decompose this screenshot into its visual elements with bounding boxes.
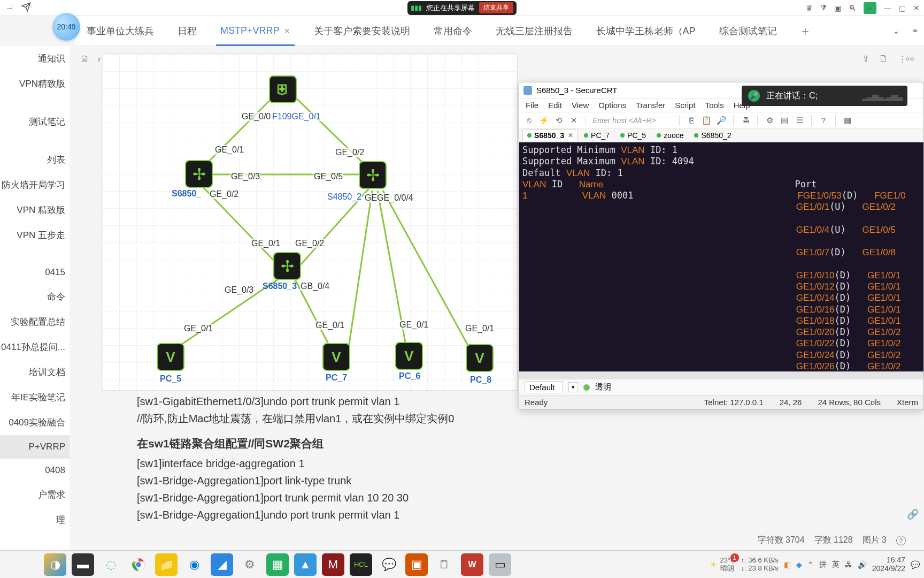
pc-node[interactable]: V [157, 343, 184, 371]
quick-connect-icon[interactable]: ⚡ [538, 115, 549, 126]
list-item[interactable]: 实验配置总结 [0, 309, 70, 334]
session-tab[interactable]: S6850_2 [689, 130, 736, 141]
menu-view[interactable]: View [572, 101, 589, 110]
disconnect-icon[interactable]: ✕ [568, 115, 579, 126]
volume-icon[interactable]: 🔊 [858, 560, 867, 569]
securecrt-window[interactable]: S6850_3 - SecureCRT File Edit View Optio… [519, 82, 924, 409]
tab-item[interactable]: 日程 [166, 16, 209, 46]
connect-icon[interactable]: ⎋ [523, 115, 534, 126]
pc-node[interactable]: V [322, 343, 350, 371]
menu-script[interactable]: Script [675, 101, 695, 110]
tab-item[interactable]: 关于客户索要安装说明 [302, 16, 422, 46]
network-topology-canvas[interactable]: ⛨ GE_0/0 F109GE_0/1 ✢ S6850_ GE_0/1 GE_0… [102, 54, 518, 391]
menu-options[interactable]: Options [598, 101, 626, 110]
menu-edit[interactable]: Edit [548, 101, 562, 110]
tab-item[interactable]: 长城中学王栋老师（AP [584, 16, 707, 46]
notes-icon[interactable]: 🗒 [433, 553, 456, 576]
session-tab-active[interactable]: S6850_3✕ [522, 130, 578, 141]
list-item[interactable]: 0415 [0, 261, 70, 284]
list-item[interactable]: VPN 精致版 [0, 197, 70, 223]
tab-close-icon[interactable]: ✕ [568, 132, 573, 139]
session-tab[interactable]: zuoce [652, 130, 688, 141]
log-icon[interactable]: ☰ [794, 115, 805, 126]
switch-node[interactable]: ✢ [359, 161, 387, 189]
app-icon[interactable]: ▲ [294, 553, 317, 576]
connector-icon[interactable]: ⚯ [906, 54, 921, 65]
speaking-overlay[interactable]: 🎤 正在讲话：C; ▂▃▅▃▂▃▅▃ [742, 86, 907, 106]
window-icon[interactable]: ▭ [489, 553, 511, 576]
wechat-icon[interactable]: 💬 [378, 553, 400, 576]
files-icon[interactable]: ▬ [72, 553, 94, 576]
find-icon[interactable]: 🔎 [716, 115, 727, 126]
crown-icon[interactable]: ♛ [806, 4, 813, 12]
app-launcher-icon[interactable]: ◑ [44, 553, 66, 576]
list-item[interactable]: 理 [0, 507, 70, 533]
pc-node[interactable]: V [395, 342, 423, 370]
tab-item[interactable]: 常用命令 [422, 16, 484, 46]
list-item[interactable]: 命令 [0, 284, 70, 309]
link-icon[interactable]: 🔗 [907, 508, 919, 520]
list-item[interactable]: 通知识 [0, 46, 70, 71]
app-icon[interactable]: ▦ [266, 553, 289, 576]
list-item[interactable]: 培训文档 [0, 360, 70, 385]
chrome-icon[interactable] [127, 553, 150, 576]
tab-item[interactable]: 无线三层注册报告 [484, 16, 584, 46]
list-item[interactable]: 0408 [0, 459, 70, 482]
list-item[interactable]: 防火墙开局学习 [0, 172, 70, 197]
app-icon[interactable]: M [322, 553, 344, 576]
list-item[interactable]: 0409实验融合 [0, 410, 70, 435]
edge-icon[interactable]: ◉ [183, 553, 205, 576]
firewall-node[interactable]: ⛨ [269, 75, 297, 103]
session-tab[interactable]: PC_5 [615, 130, 651, 141]
new-tab-button[interactable]: ＋ [799, 23, 811, 39]
network-speed[interactable]: ↑: 36.6 KB/s ↓: 23.8 KB/s [741, 557, 779, 572]
help-icon[interactable]: ? [818, 115, 829, 126]
maximize-icon[interactable]: ▢ [899, 4, 906, 12]
menu-file[interactable]: File [526, 101, 538, 110]
tab-item[interactable]: 事业单位大练兵 [75, 16, 166, 46]
list-item[interactable]: VPN 五步走 [0, 223, 70, 248]
list-item-selected[interactable]: P+VRRP [0, 435, 70, 459]
tab-item[interactable]: 综合测试笔记 [707, 16, 789, 46]
clock[interactable]: 16:47 2024/9/22 [872, 556, 905, 573]
file-icon[interactable]: 🗎 [80, 54, 90, 65]
forward-arrow-icon[interactable]: → [5, 3, 14, 13]
ime-pin[interactable]: 拼 [819, 560, 827, 569]
transparency-label[interactable]: 透明 [595, 382, 611, 392]
help-icon[interactable]: ? [896, 536, 906, 545]
send-icon[interactable] [21, 2, 31, 14]
session-tab[interactable]: PC_7 [579, 130, 614, 141]
tab-close-icon[interactable]: ✕ [284, 27, 290, 35]
settings-icon[interactable]: ⚙ [764, 115, 775, 126]
list-item[interactable] [0, 533, 70, 545]
reconnect-icon[interactable]: ⟲ [553, 115, 564, 126]
profile-select[interactable]: Default [525, 381, 563, 393]
tool-icon[interactable]: ◢ [211, 553, 233, 576]
chevron-right-icon[interactable]: › [97, 54, 101, 65]
mic-icon[interactable]: 🎤 [748, 90, 760, 102]
app-icon[interactable]: ▣ [405, 553, 428, 576]
end-share-button[interactable]: 结束共享 [479, 2, 513, 13]
horizontal-scrollbar[interactable] [519, 371, 923, 379]
export-icon[interactable]: ⇪ [862, 54, 869, 65]
tab-item-active[interactable]: MSTP+VRRP✕ [209, 16, 302, 46]
list-item[interactable]: 年IE实验笔记 [0, 385, 70, 410]
list-item[interactable] [0, 96, 70, 109]
list-item[interactable]: 0411孙总提问... [0, 334, 70, 360]
list-item[interactable]: 户需求 [0, 482, 70, 507]
host-input[interactable]: Enter host <Alt+R> [592, 116, 673, 125]
tray-app-icon[interactable]: ◆ [796, 560, 802, 569]
session-icon[interactable]: ▤ [779, 115, 790, 126]
extra-icon[interactable]: ▦ [842, 115, 853, 126]
notifications-icon[interactable]: 💬 [911, 560, 920, 569]
switch-node[interactable]: ✢ [273, 252, 301, 280]
gear-icon[interactable]: ⚙ [238, 553, 261, 576]
document-body[interactable]: [sw1-GigabitEthernet1/0/3]undo port trun… [137, 393, 511, 523]
switch-node[interactable]: ✢ [185, 160, 213, 188]
tab-settings-icon[interactable]: ⚭ [912, 26, 919, 36]
menu-transfer[interactable]: Transfer [636, 101, 665, 110]
weather-widget[interactable]: ☀ 23°C 晴朗 [710, 557, 736, 572]
hcl-icon[interactable]: HCL [350, 553, 372, 576]
wps-icon[interactable]: W [461, 553, 483, 576]
list-item[interactable] [0, 248, 70, 261]
